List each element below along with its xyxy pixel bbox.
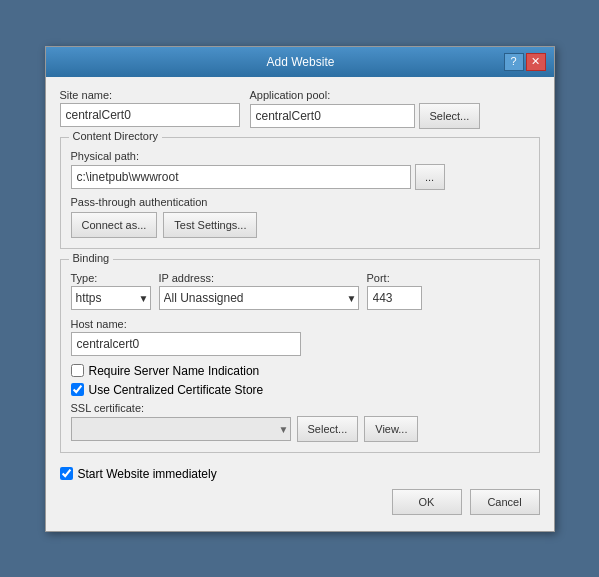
connect-as-button[interactable]: Connect as... xyxy=(71,212,158,238)
ip-group: IP address: All Unassigned ▼ xyxy=(159,272,359,310)
site-name-input[interactable] xyxy=(60,103,240,127)
binding-section: Binding Type: https http ▼ xyxy=(60,259,540,453)
require-sni-row: Require Server Name Indication xyxy=(71,364,529,378)
port-group: Port: xyxy=(367,272,422,310)
hostname-label: Host name: xyxy=(71,318,529,330)
type-select[interactable]: https http xyxy=(71,286,151,310)
app-pool-input[interactable] xyxy=(250,104,415,128)
start-website-label: Start Website immediately xyxy=(78,467,217,481)
start-website-row: Start Website immediately xyxy=(60,463,540,481)
help-button[interactable]: ? xyxy=(504,53,524,71)
type-group: Type: https http ▼ xyxy=(71,272,151,310)
title-bar: Add Website ? ✕ xyxy=(46,47,554,77)
content-directory-section: Content Directory Physical path: ... Pas… xyxy=(60,137,540,249)
ssl-cert-group: SSL certificate: ▼ Select... View... xyxy=(71,402,529,442)
physical-path-group: Physical path: ... xyxy=(71,150,529,190)
site-app-pool-row: Site name: Application pool: Select... xyxy=(60,89,540,129)
physical-path-input[interactable] xyxy=(71,165,411,189)
browse-button[interactable]: ... xyxy=(415,164,445,190)
binding-legend: Binding xyxy=(69,252,114,264)
test-settings-button[interactable]: Test Settings... xyxy=(163,212,257,238)
use-ccs-row: Use Centralized Certificate Store xyxy=(71,383,529,397)
use-ccs-checkbox[interactable] xyxy=(71,383,84,396)
add-website-dialog: Add Website ? ✕ Site name: Application p… xyxy=(45,46,555,532)
ssl-cert-input xyxy=(71,417,291,441)
port-input[interactable] xyxy=(367,286,422,310)
auth-buttons-row: Connect as... Test Settings... xyxy=(71,212,529,238)
require-sni-checkbox[interactable] xyxy=(71,364,84,377)
use-ccs-label: Use Centralized Certificate Store xyxy=(89,383,264,397)
hostname-input[interactable] xyxy=(71,332,301,356)
ssl-view-button[interactable]: View... xyxy=(364,416,418,442)
ok-button[interactable]: OK xyxy=(392,489,462,515)
port-label: Port: xyxy=(367,272,422,284)
start-website-checkbox[interactable] xyxy=(60,467,73,480)
ssl-select-button[interactable]: Select... xyxy=(297,416,359,442)
app-pool-label: Application pool: xyxy=(250,89,481,101)
physical-path-label: Physical path: xyxy=(71,150,529,162)
ip-label: IP address: xyxy=(159,272,359,284)
ssl-cert-label: SSL certificate: xyxy=(71,402,529,414)
content-directory-legend: Content Directory xyxy=(69,130,163,142)
require-sni-label: Require Server Name Indication xyxy=(89,364,260,378)
app-pool-select-button[interactable]: Select... xyxy=(419,103,481,129)
pass-through-label: Pass-through authentication xyxy=(71,196,529,208)
cancel-button[interactable]: Cancel xyxy=(470,489,540,515)
title-bar-controls: ? ✕ xyxy=(504,53,546,71)
site-name-group: Site name: xyxy=(60,89,240,129)
hostname-group: Host name: xyxy=(71,318,529,356)
dialog-title: Add Website xyxy=(98,55,504,69)
ip-select[interactable]: All Unassigned xyxy=(159,286,359,310)
footer-row: OK Cancel xyxy=(60,481,540,519)
site-name-label: Site name: xyxy=(60,89,240,101)
binding-fields-row: Type: https http ▼ IP address: xyxy=(71,272,529,310)
close-button[interactable]: ✕ xyxy=(526,53,546,71)
app-pool-group: Application pool: Select... xyxy=(250,89,481,129)
type-label: Type: xyxy=(71,272,151,284)
